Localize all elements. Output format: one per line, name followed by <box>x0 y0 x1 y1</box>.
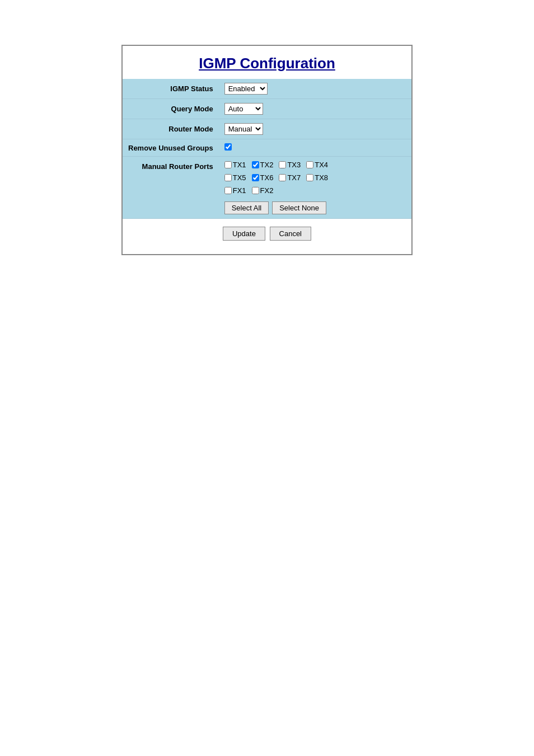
fx2-label: FX2 <box>260 186 274 195</box>
manual-router-ports-cell: TX1 TX2 TX3 TX4 <box>219 157 411 219</box>
fx2-checkbox[interactable] <box>252 187 259 194</box>
title-bar: IGMP Configuration <box>123 46 411 79</box>
remove-unused-groups-cell <box>219 139 411 157</box>
cancel-button[interactable]: Cancel <box>270 227 311 241</box>
manual-router-ports-row: Manual Router Ports TX1 TX2 TX3 <box>123 157 411 219</box>
fx1-checkbox[interactable] <box>224 187 232 194</box>
tx6-checkbox[interactable] <box>252 174 259 181</box>
tx6-label: TX6 <box>260 173 274 182</box>
fx1-label: FX1 <box>233 186 246 195</box>
igmp-status-cell: Enabled Disabled <box>219 79 411 99</box>
fx2-item: FX2 <box>252 186 274 195</box>
tx2-label: TX2 <box>260 161 274 169</box>
igmp-status-select[interactable]: Enabled Disabled <box>224 83 268 95</box>
igmp-status-label: IGMP Status <box>123 79 219 99</box>
select-all-button[interactable]: Select All <box>224 201 269 214</box>
igmp-status-row: IGMP Status Enabled Disabled <box>123 79 411 99</box>
tx8-checkbox[interactable] <box>306 174 313 181</box>
router-mode-label: Router Mode <box>123 119 219 139</box>
tx2-checkbox[interactable] <box>252 161 259 168</box>
tx4-label: TX4 <box>315 161 328 169</box>
tx7-item: TX7 <box>279 173 301 182</box>
tx5-item: TX5 <box>224 173 246 182</box>
query-mode-row: Query Mode Auto Manual <box>123 99 411 119</box>
tx6-item: TX6 <box>252 173 274 182</box>
ports-row-3: FX1 FX2 <box>224 186 406 195</box>
tx7-label: TX7 <box>287 173 301 182</box>
footer-row: Update Cancel <box>123 219 411 243</box>
router-mode-select[interactable]: Manual Auto <box>224 123 263 135</box>
ports-section: TX1 TX2 TX3 TX4 <box>224 161 406 214</box>
tx5-label: TX5 <box>233 173 246 182</box>
tx3-item: TX3 <box>279 161 301 169</box>
tx5-checkbox[interactable] <box>224 174 232 181</box>
tx4-item: TX4 <box>306 161 328 169</box>
select-buttons-row: Select All Select None <box>224 201 406 214</box>
tx3-label: TX3 <box>287 161 301 169</box>
manual-router-ports-label: Manual Router Ports <box>123 157 219 219</box>
tx1-label: TX1 <box>233 161 246 169</box>
tx8-label: TX8 <box>315 173 328 182</box>
fx1-item: FX1 <box>224 186 246 195</box>
router-mode-row: Router Mode Manual Auto <box>123 119 411 139</box>
tx3-checkbox[interactable] <box>279 161 286 168</box>
query-mode-select[interactable]: Auto Manual <box>224 103 263 115</box>
tx4-checkbox[interactable] <box>306 161 313 168</box>
main-container: IGMP Configuration IGMP Status Enabled D… <box>121 45 413 255</box>
query-mode-cell: Auto Manual <box>219 99 411 119</box>
update-button[interactable]: Update <box>223 227 265 241</box>
tx1-checkbox[interactable] <box>224 161 232 168</box>
config-table: IGMP Status Enabled Disabled Query Mode … <box>123 79 411 219</box>
remove-unused-groups-label: Remove Unused Groups <box>123 139 219 157</box>
page-title: IGMP Configuration <box>128 55 406 72</box>
tx7-checkbox[interactable] <box>279 174 286 181</box>
tx8-item: TX8 <box>306 173 328 182</box>
ports-row-2: TX5 TX6 TX7 TX8 <box>224 173 406 182</box>
remove-unused-groups-row: Remove Unused Groups <box>123 139 411 157</box>
router-mode-cell: Manual Auto <box>219 119 411 139</box>
select-none-button[interactable]: Select None <box>272 201 326 214</box>
tx1-item: TX1 <box>224 161 246 169</box>
ports-row-1: TX1 TX2 TX3 TX4 <box>224 161 406 169</box>
query-mode-label: Query Mode <box>123 99 219 119</box>
remove-unused-groups-checkbox[interactable] <box>224 143 232 151</box>
tx2-item: TX2 <box>252 161 274 169</box>
